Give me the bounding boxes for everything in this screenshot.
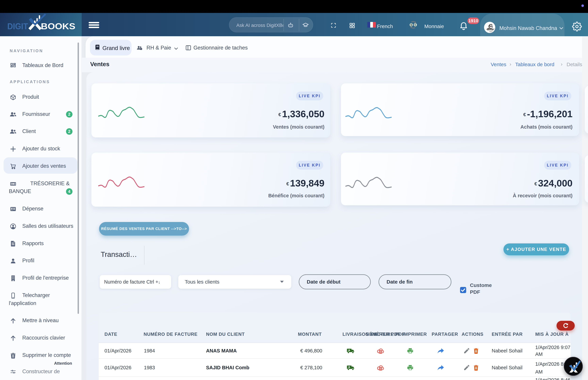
svg-text:BOOKS: BOOKS <box>41 22 75 31</box>
svg-text:NA: NA <box>489 25 493 28</box>
svg-text:DIGIT: DIGIT <box>7 22 28 31</box>
svg-text:€: € <box>415 23 416 26</box>
svg-text:$: $ <box>411 23 412 26</box>
